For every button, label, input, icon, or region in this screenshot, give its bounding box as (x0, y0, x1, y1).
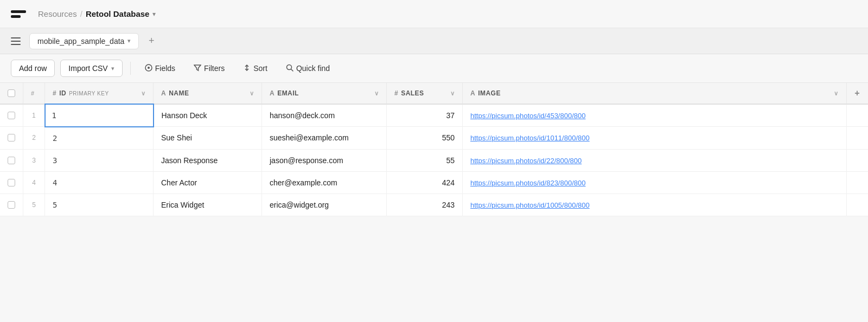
data-table: # # id PRIMARY KEY ∨ A name ∨ (0, 83, 868, 216)
row-3-image-link[interactable]: https://picsum.photos/id/22/800/800 (470, 157, 582, 165)
svg-marker-2 (194, 65, 201, 70)
col-sales-label: sales (401, 89, 424, 97)
svg-point-1 (148, 67, 150, 69)
table-header-row: # # id PRIMARY KEY ∨ A name ∨ (0, 83, 868, 104)
col-sales-type-icon: # (394, 89, 398, 97)
row-3-checkbox-cell (0, 149, 23, 171)
svg-line-5 (291, 69, 293, 71)
table-row: 55Erica Widgeterica@widget.org243https:/… (0, 194, 868, 216)
row-5-id[interactable]: 5 (45, 194, 154, 216)
header-checkbox-cell (0, 83, 23, 104)
header-col-email[interactable]: A email ∨ (262, 83, 387, 104)
retool-logo (11, 10, 26, 18)
row-4-checkbox[interactable] (8, 179, 15, 186)
header-col-id[interactable]: # id PRIMARY KEY ∨ (45, 83, 154, 104)
row-4-add-col-cell (846, 171, 868, 194)
add-row-button[interactable]: Add row (11, 60, 55, 77)
row-5-email[interactable]: erica@widget.org (262, 194, 387, 216)
row-2-checkbox-cell (0, 127, 23, 150)
breadcrumb: Resources / Retool Database ▾ (38, 9, 156, 18)
row-1-checkbox-cell (0, 104, 23, 127)
row-1-name[interactable]: Hanson Deck (154, 104, 262, 127)
row-4-checkbox-cell (0, 171, 23, 194)
breadcrumb-separator: / (80, 9, 82, 18)
add-tab-button[interactable]: + (143, 33, 159, 49)
header-col-image[interactable]: A image ∨ (463, 83, 847, 104)
sidebar-toggle-button[interactable] (11, 37, 21, 45)
col-id-label: id (59, 89, 66, 97)
row-2-sales[interactable]: 550 (387, 127, 463, 150)
import-csv-button[interactable]: Import CSV ▾ (60, 60, 122, 77)
tab-bar: mobile_app_sample_data ▾ + (0, 28, 868, 54)
table-tab-mobile-app-sample-data[interactable]: mobile_app_sample_data ▾ (29, 33, 139, 49)
row-5-checkbox[interactable] (8, 201, 15, 209)
top-bar: Resources / Retool Database ▾ (0, 0, 868, 28)
col-image-label: image (478, 89, 501, 97)
table-row: 11Hanson Deckhanson@deck.com37https://pi… (0, 104, 868, 127)
primary-key-badge: PRIMARY KEY (69, 91, 109, 96)
row-3-image[interactable]: https://picsum.photos/id/22/800/800 (463, 149, 847, 171)
row-4-sales[interactable]: 424 (387, 171, 463, 194)
row-5-sales[interactable]: 243 (387, 194, 463, 216)
header-col-sales[interactable]: # sales ∨ (387, 83, 463, 104)
col-image-chevron-icon[interactable]: ∨ (834, 90, 838, 97)
col-email-chevron-icon[interactable]: ∨ (374, 90, 379, 97)
sort-icon (243, 64, 251, 73)
col-id-chevron-icon[interactable]: ∨ (141, 90, 145, 97)
quick-find-icon (286, 64, 293, 73)
col-image-type-icon: A (470, 89, 475, 97)
row-5-add-col-cell (846, 194, 868, 216)
row-3-sales[interactable]: 55 (387, 149, 463, 171)
row-1-image[interactable]: https://picsum.photos/id/453/800/800 (463, 104, 847, 127)
fields-icon (145, 64, 152, 73)
col-name-label: name (169, 89, 189, 97)
breadcrumb-dropdown-icon[interactable]: ▾ (152, 10, 156, 18)
select-all-checkbox[interactable] (8, 89, 15, 97)
row-3-checkbox[interactable] (8, 157, 15, 164)
row-4-name[interactable]: Cher Actor (154, 171, 262, 194)
row-4-email[interactable]: cher@example.com (262, 171, 387, 194)
row-4-id[interactable]: 4 (45, 171, 154, 194)
table-row: 44Cher Actorcher@example.com424https://p… (0, 171, 868, 194)
col-name-chevron-icon[interactable]: ∨ (250, 90, 254, 97)
row-5-image-link[interactable]: https://picsum.photos/id/1005/800/800 (470, 201, 590, 209)
row-2-email[interactable]: sueshei@example.com (262, 127, 387, 150)
col-name-type-icon: A (161, 89, 166, 97)
row-1-sales[interactable]: 37 (387, 104, 463, 127)
row-1-email[interactable]: hanson@deck.com (262, 104, 387, 127)
row-2-id[interactable]: 2 (45, 127, 154, 150)
row-5-number: 5 (23, 194, 45, 216)
row-3-name[interactable]: Jason Response (154, 149, 262, 171)
filters-icon (194, 64, 201, 73)
row-3-number: 3 (23, 149, 45, 171)
tab-chevron-icon: ▾ (127, 37, 131, 44)
row-2-image-link[interactable]: https://picsum.photos/id/1011/800/800 (470, 134, 590, 142)
row-3-id[interactable]: 3 (45, 149, 154, 171)
row-5-name[interactable]: Erica Widget (154, 194, 262, 216)
row-2-name[interactable]: Sue Shei (154, 127, 262, 150)
row-5-image[interactable]: https://picsum.photos/id/1005/800/800 (463, 194, 847, 216)
row-1-image-link[interactable]: https://picsum.photos/id/453/800/800 (470, 112, 585, 120)
add-column-button[interactable]: + (846, 83, 868, 104)
header-col-name[interactable]: A name ∨ (154, 83, 262, 104)
row-2-image[interactable]: https://picsum.photos/id/1011/800/800 (463, 127, 847, 150)
fields-button[interactable]: Fields (138, 61, 182, 76)
row-4-image-link[interactable]: https://picsum.photos/id/823/800/800 (470, 179, 585, 187)
row-2-add-col-cell (846, 127, 868, 150)
col-sales-chevron-icon[interactable]: ∨ (450, 90, 455, 97)
breadcrumb-resources[interactable]: Resources (38, 9, 77, 18)
table-row: 22Sue Sheisueshei@example.com550https://… (0, 127, 868, 150)
quick-find-button[interactable]: Quick find (279, 61, 336, 76)
filters-button[interactable]: Filters (187, 61, 231, 76)
header-row-number: # (23, 83, 45, 104)
breadcrumb-current: Retool Database (86, 9, 150, 18)
table-row: 33Jason Responsejason@response.com55http… (0, 149, 868, 171)
sort-button[interactable]: Sort (237, 61, 274, 76)
toolbar-separator (130, 62, 131, 75)
row-1-checkbox[interactable] (8, 112, 15, 119)
row-2-checkbox[interactable] (8, 134, 15, 141)
tab-label: mobile_app_sample_data (37, 37, 124, 46)
row-3-email[interactable]: jason@response.com (262, 149, 387, 171)
row-1-id[interactable]: 1 (45, 104, 154, 127)
row-4-image[interactable]: https://picsum.photos/id/823/800/800 (463, 171, 847, 194)
